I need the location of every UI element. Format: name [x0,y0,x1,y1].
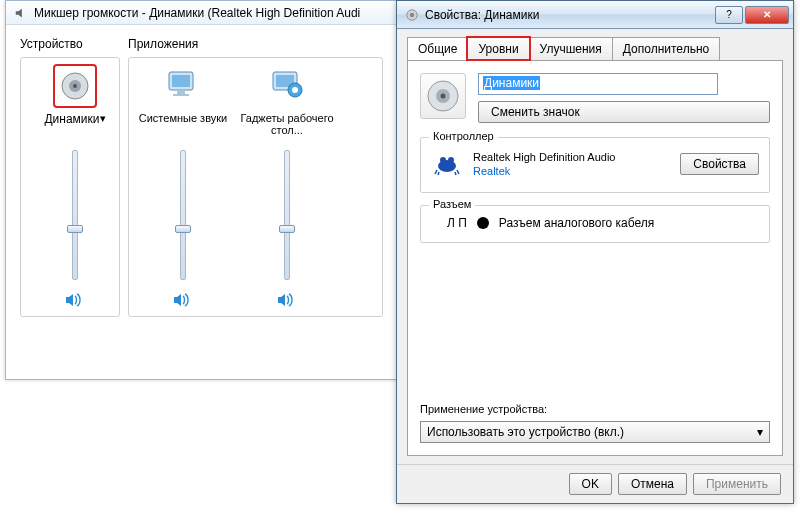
tab-general[interactable]: Общие [407,37,468,60]
device-mute-button[interactable] [63,290,87,310]
device-section-header: Устройство [20,37,120,51]
svg-point-2 [73,84,77,88]
svg-point-17 [440,157,446,163]
controller-name: Realtek High Definition Audio [473,151,670,163]
controller-groupbox: Контроллер Realtek High Definition Audio… [420,137,770,193]
app-volume-slider[interactable] [180,150,186,280]
mixer-title-text: Микшер громкости - Динамики (Realtek Hig… [34,6,360,20]
device-speaker-icon[interactable] [53,64,97,108]
app-label[interactable]: Гаджеты рабочего стол... [237,112,337,140]
tab-panel-general: Динамики Сменить значок Контроллер Realt… [407,60,783,456]
svg-point-18 [448,157,454,163]
cancel-button[interactable]: Отмена [618,473,687,495]
mixer-titlebar: Микшер громкости - Динамики (Realtek Hig… [6,1,397,25]
jack-groupbox: Разъем Л П Разъем аналогового кабеля [420,205,770,243]
jack-color-dot [477,217,489,229]
app-mute-button[interactable] [275,290,299,310]
app-label[interactable]: Системные звуки [139,112,227,140]
jack-group-title: Разъем [429,198,475,210]
device-usage-label: Применение устройства: [420,403,770,415]
speaker-small-icon [14,6,28,20]
props-titlebar[interactable]: Свойства: Динамики ? ✕ [397,1,793,29]
device-label-dropdown[interactable]: Динамики [44,112,105,140]
jack-channels: Л П [447,216,467,230]
speaker-properties-dialog: Свойства: Динамики ? ✕ Общие Уровни Улуч… [396,0,794,504]
apply-button[interactable]: Применить [693,473,781,495]
tab-enhancements[interactable]: Улучшения [529,37,613,60]
dialog-button-row: OK Отмена Применить [397,464,793,503]
svg-rect-4 [172,75,190,87]
tab-advanced[interactable]: Дополнительно [612,37,720,60]
device-name-input[interactable]: Динамики [478,73,718,95]
app-mute-button[interactable] [171,290,195,310]
mixer-device-item: Динамики [25,64,125,310]
svg-rect-6 [173,94,189,96]
app-volume-slider[interactable] [284,150,290,280]
gadgets-icon[interactable] [265,64,309,108]
controller-group-title: Контроллер [429,130,498,142]
controller-properties-button[interactable]: Свойства [680,153,759,175]
svg-point-10 [292,87,298,93]
mixer-app-item: Системные звуки [133,64,233,310]
controller-vendor-link[interactable]: Realtek [473,165,670,177]
svg-point-12 [410,12,414,16]
device-large-icon [420,73,466,119]
system-sounds-icon[interactable] [161,64,205,108]
tab-strip: Общие Уровни Улучшения Дополнительно [397,29,793,60]
apps-section-header: Приложения [128,37,383,51]
change-icon-button[interactable]: Сменить значок [478,101,770,123]
jack-description: Разъем аналогового кабеля [499,216,654,230]
svg-point-15 [441,94,446,99]
svg-rect-5 [177,90,185,94]
mixer-app-item: Гаджеты рабочего стол... [237,64,337,310]
props-title-text: Свойства: Динамики [425,8,539,22]
device-volume-slider[interactable] [72,150,78,280]
ok-button[interactable]: OK [569,473,612,495]
help-button[interactable]: ? [715,6,743,24]
close-button[interactable]: ✕ [745,6,789,24]
volume-mixer-window: Микшер громкости - Динамики (Realtek Hig… [5,0,398,380]
realtek-crab-icon [431,148,463,180]
device-usage-select[interactable]: Использовать это устройство (вкл.) ▾ [420,421,770,443]
tab-levels[interactable]: Уровни [467,37,529,60]
speaker-small-icon [405,8,419,22]
chevron-down-icon: ▾ [757,425,763,439]
